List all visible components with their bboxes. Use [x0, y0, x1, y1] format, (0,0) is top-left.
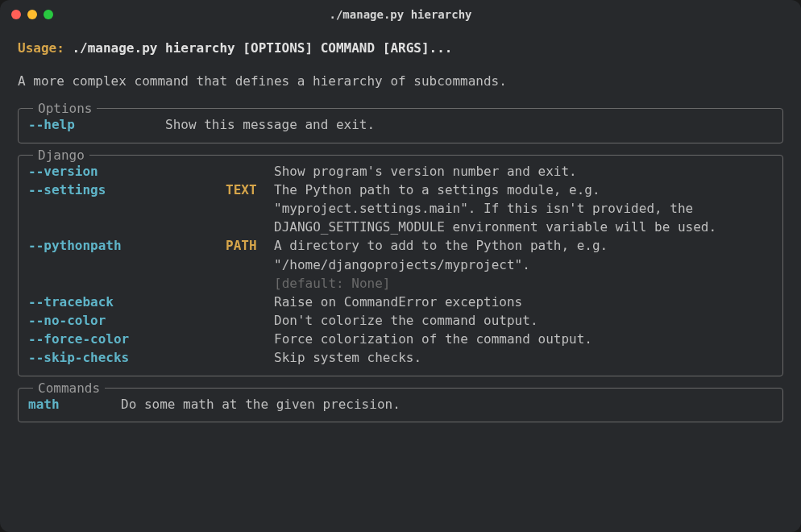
option-desc: Force colorization of the command output…: [274, 330, 773, 348]
window-title: ./manage.py hierarchy: [329, 8, 471, 21]
commands-group: Commands math Do some math at the given …: [18, 388, 783, 422]
option-flag-help: --help: [28, 115, 165, 134]
option-row: --skip-checks Skip system checks.: [28, 348, 773, 367]
options-group-label: Options: [33, 99, 97, 118]
command-desc: Do some math at the given precision.: [121, 395, 773, 414]
command-description: A more complex command that defines a hi…: [18, 72, 783, 90]
option-desc: Don't colorize the command output.: [274, 311, 773, 330]
close-icon[interactable]: [11, 10, 21, 19]
option-desc: A directory to add to the Python path, e…: [274, 236, 773, 293]
option-row: --pythonpath PATH A directory to add to …: [28, 236, 773, 293]
option-desc-text: A directory to add to the Python path, e…: [274, 238, 608, 272]
django-group: Django --version Show program's version …: [18, 155, 783, 376]
usage-command: ./manage.py hierarchy [OPTIONS] COMMAND …: [72, 40, 452, 56]
usage-label: Usage:: [18, 40, 64, 56]
option-row: --help Show this message and exit.: [28, 115, 773, 134]
option-row: --force-color Force colorization of the …: [28, 330, 773, 348]
option-flag-pythonpath: --pythonpath: [28, 236, 226, 255]
terminal-content: Usage: ./manage.py hierarchy [OPTIONS] C…: [0, 29, 801, 532]
option-desc: Show program's version number and exit.: [274, 162, 773, 181]
option-flag-settings: --settings: [28, 181, 226, 199]
option-default-note: [default: None]: [274, 276, 391, 291]
traffic-lights: [11, 10, 53, 19]
terminal-window: ./manage.py hierarchy Usage: ./manage.py…: [0, 0, 801, 532]
option-row: --settings TEXT The Python path to a set…: [28, 181, 773, 237]
option-desc: The Python path to a settings module, e.…: [274, 181, 773, 237]
django-group-label: Django: [33, 146, 89, 164]
minimize-icon[interactable]: [27, 10, 37, 19]
option-flag-traceback: --traceback: [28, 293, 226, 311]
option-desc: Skip system checks.: [274, 348, 773, 367]
option-row: --version Show program's version number …: [28, 162, 773, 181]
option-flag-version: --version: [28, 162, 226, 181]
option-flag-no-color: --no-color: [28, 311, 226, 330]
option-arg: TEXT: [226, 181, 274, 199]
options-group: Options --help Show this message and exi…: [18, 108, 783, 143]
title-bar: ./manage.py hierarchy: [0, 0, 801, 29]
option-arg: PATH: [226, 236, 274, 255]
option-row: --no-color Don't colorize the command ou…: [28, 311, 773, 330]
option-desc: Raise on CommandError exceptions: [274, 293, 773, 311]
maximize-icon[interactable]: [44, 10, 53, 19]
commands-group-label: Commands: [33, 379, 105, 397]
option-flag-skip-checks: --skip-checks: [28, 348, 226, 367]
command-name-math: math: [28, 395, 121, 414]
option-row: --traceback Raise on CommandError except…: [28, 293, 773, 311]
option-desc: Show this message and exit.: [165, 115, 773, 134]
usage-line: Usage: ./manage.py hierarchy [OPTIONS] C…: [18, 39, 783, 57]
option-flag-force-color: --force-color: [28, 330, 226, 348]
command-row: math Do some math at the given precision…: [28, 395, 773, 414]
